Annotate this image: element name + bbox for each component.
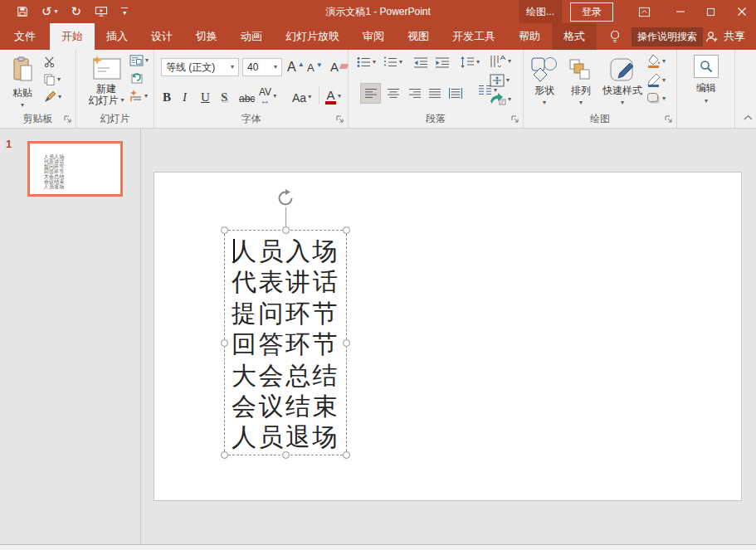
panel-divider[interactable]: [140, 129, 141, 545]
tab-design[interactable]: 设计: [139, 23, 184, 50]
change-case-button[interactable]: Aa ▾: [292, 85, 311, 105]
customize-qat-button[interactable]: ▾: [121, 7, 128, 17]
maximize-button[interactable]: [698, 0, 723, 23]
decrease-indent-button[interactable]: [413, 56, 428, 68]
shape-effects-button[interactable]: ▾: [646, 92, 666, 105]
share-button[interactable]: 共享: [705, 23, 756, 50]
resize-handle-e[interactable]: [343, 339, 350, 347]
new-slide-button[interactable]: 新建 幻灯片 ▾: [85, 53, 128, 121]
distribute-text-button[interactable]: [445, 83, 466, 104]
selected-text-box[interactable]: 人员入场 代表讲话 提问环节 回答环节 大会总结 会议结束 人员退场: [224, 230, 347, 455]
format-painter-button[interactable]: ▾: [43, 90, 61, 104]
tab-format[interactable]: 格式: [552, 23, 597, 50]
shape-outline-button[interactable]: ▾: [646, 73, 666, 87]
shapes-button[interactable]: 形状 ▾: [527, 53, 562, 121]
font-dialog-launcher[interactable]: [335, 114, 344, 124]
text-line: 大会总结: [232, 360, 339, 391]
cut-button[interactable]: [43, 56, 56, 68]
numbering-button[interactable]: ▾: [383, 56, 402, 68]
rotation-handle-icon[interactable]: [276, 189, 295, 207]
close-button[interactable]: [728, 0, 756, 23]
arrange-button[interactable]: 排列 ▾: [563, 53, 598, 121]
tell-me: 操作说明搜索: [608, 23, 703, 50]
minimize-icon: [676, 7, 685, 17]
paragraph-dialog-launcher[interactable]: [510, 114, 519, 124]
collapse-ribbon-button[interactable]: [744, 114, 753, 120]
undo-icon: ↺: [41, 4, 52, 19]
shape-outline-icon: [646, 73, 661, 87]
align-left-button[interactable]: [360, 83, 381, 104]
resize-handle-n[interactable]: [282, 226, 290, 234]
copy-button[interactable]: ▾: [43, 73, 61, 85]
find-icon: [694, 55, 719, 78]
tab-file[interactable]: 文件: [0, 23, 50, 50]
quick-styles-button[interactable]: 快速样式 ▾: [600, 53, 645, 121]
font-size-combobox[interactable]: 40 ▾: [242, 58, 282, 76]
justify-button[interactable]: [425, 83, 445, 104]
start-slideshow-button[interactable]: [95, 6, 108, 17]
align-text-button[interactable]: ▾: [490, 74, 510, 87]
line-spacing-button[interactable]: ▾: [460, 56, 480, 68]
grow-font-button[interactable]: A▲: [287, 60, 305, 75]
sign-in-button[interactable]: 登录: [570, 2, 613, 22]
tab-developer[interactable]: 开发工具: [441, 23, 507, 50]
shape-fill-button[interactable]: ▾: [646, 54, 666, 68]
tab-transitions[interactable]: 切换: [184, 23, 229, 50]
redo-button[interactable]: ↻: [71, 4, 82, 19]
text-shadow-button[interactable]: S: [221, 85, 227, 105]
drawing-dialog-launcher[interactable]: [664, 114, 673, 124]
text-line: 提问环节: [232, 298, 339, 329]
ribbon-display-options-button[interactable]: [632, 0, 656, 23]
slide-thumbnail[interactable]: 人员入场 代表讲话 提问环节 回答环节 大会总结 会议结束 人员退场: [27, 141, 123, 197]
paste-button[interactable]: 粘贴 ▾: [5, 53, 40, 121]
status-bar: [0, 545, 756, 550]
tab-review[interactable]: 审阅: [351, 23, 396, 50]
tab-slideshow[interactable]: 幻灯片放映: [274, 23, 351, 50]
tab-view[interactable]: 视图: [396, 23, 441, 50]
tab-home[interactable]: 开始: [50, 23, 95, 50]
tab-help[interactable]: 帮助: [507, 23, 552, 50]
minimize-button[interactable]: [668, 0, 693, 23]
font-name-combobox[interactable]: 等线 (正文) ▾: [161, 58, 239, 76]
bold-button[interactable]: B: [163, 85, 171, 105]
resize-handle-w[interactable]: [221, 339, 228, 347]
undo-button[interactable]: ↺ ▾: [41, 4, 58, 19]
reset-slide-button[interactable]: [129, 72, 143, 85]
tab-animations[interactable]: 动画: [229, 23, 274, 50]
resize-handle-se[interactable]: [343, 451, 350, 459]
clipboard-dialog-launcher[interactable]: [63, 114, 72, 124]
text-direction-button[interactable]: ▾: [490, 55, 511, 68]
increase-indent-button[interactable]: [435, 56, 450, 68]
customize-qat-icon: ▾: [121, 7, 128, 17]
save-button[interactable]: [17, 6, 28, 17]
tab-insert[interactable]: 插入: [95, 23, 139, 50]
editing-button[interactable]: 编辑 ▾: [689, 55, 724, 121]
character-spacing-button[interactable]: AV ↔ ▾: [259, 85, 276, 105]
section-button[interactable]: ▾: [129, 90, 148, 102]
italic-button[interactable]: I: [183, 85, 187, 105]
resize-handle-ne[interactable]: [343, 226, 350, 234]
text-line: 回答环节: [232, 329, 339, 359]
group-slides: 新建 幻灯片 ▾ ▾ ▾ 幻灯片: [76, 50, 154, 128]
underline-button[interactable]: U: [201, 85, 210, 105]
align-center-button[interactable]: [383, 83, 403, 104]
convert-to-smartart-button[interactable]: ▾: [490, 93, 511, 105]
resize-handle-nw[interactable]: [221, 226, 228, 234]
bullets-icon: [357, 56, 371, 68]
clear-formatting-button[interactable]: A: [330, 60, 348, 74]
paste-caret-icon: ▾: [21, 102, 24, 109]
shape-effects-caret-icon: ▾: [662, 95, 666, 102]
slide-layout-button[interactable]: ▾: [129, 55, 149, 66]
font-color-button[interactable]: A ▾: [325, 85, 341, 105]
shrink-font-button[interactable]: A▼: [307, 61, 323, 74]
slide-thumbnail-text: 人员入场 代表讲话 提问环节 回答环节 大会总结 会议结束 人员退场: [44, 154, 64, 189]
resize-handle-sw[interactable]: [221, 451, 228, 459]
tell-me-search-input[interactable]: 操作说明搜索: [632, 27, 703, 46]
new-slide-label-line2: 幻灯片: [88, 95, 118, 106]
align-right-button[interactable]: [405, 83, 425, 104]
font-name-value: 等线 (正文): [166, 61, 215, 75]
strikethrough-button[interactable]: abc: [239, 85, 255, 105]
quick-styles-icon: [608, 56, 637, 83]
text-box-content[interactable]: 人员入场 代表讲话 提问环节 回答环节 大会总结 会议结束 人员退场: [232, 236, 339, 453]
bullets-button[interactable]: ▾: [357, 56, 376, 68]
